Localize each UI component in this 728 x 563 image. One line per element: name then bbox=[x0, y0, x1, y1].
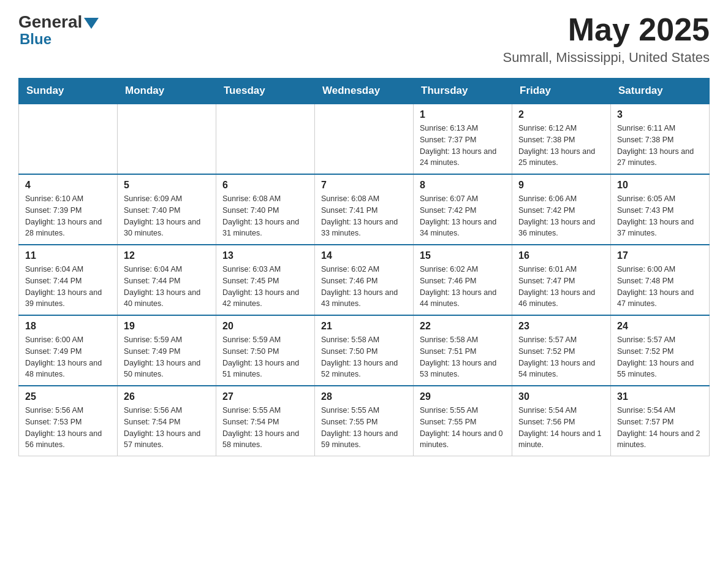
day-number: 2 bbox=[518, 109, 604, 120]
calendar-cell: 10Sunrise: 6:05 AMSunset: 7:43 PMDayligh… bbox=[611, 174, 710, 245]
day-number: 7 bbox=[321, 180, 407, 191]
calendar-cell: 2Sunrise: 6:12 AMSunset: 7:38 PMDaylight… bbox=[512, 104, 611, 174]
day-number: 27 bbox=[222, 391, 308, 402]
day-number: 13 bbox=[222, 250, 308, 261]
day-info: Sunrise: 6:02 AMSunset: 7:46 PMDaylight:… bbox=[321, 264, 407, 310]
day-info: Sunrise: 6:08 AMSunset: 7:40 PMDaylight:… bbox=[222, 193, 308, 239]
logo: General Blue bbox=[18, 12, 99, 48]
day-number: 20 bbox=[222, 321, 308, 332]
calendar-cell: 8Sunrise: 6:07 AMSunset: 7:42 PMDaylight… bbox=[414, 174, 512, 245]
title-area: May 2025 Sumrall, Mississippi, United St… bbox=[503, 12, 710, 66]
day-number: 30 bbox=[518, 391, 604, 402]
col-tuesday: Tuesday bbox=[216, 79, 315, 104]
day-number: 3 bbox=[617, 109, 703, 120]
calendar-cell: 31Sunrise: 5:54 AMSunset: 7:57 PMDayligh… bbox=[611, 386, 710, 456]
col-saturday: Saturday bbox=[611, 79, 710, 104]
day-number: 17 bbox=[617, 250, 703, 261]
calendar-cell: 18Sunrise: 6:00 AMSunset: 7:49 PMDayligh… bbox=[19, 315, 118, 386]
calendar-week-row: 4Sunrise: 6:10 AMSunset: 7:39 PMDaylight… bbox=[19, 174, 710, 245]
day-number: 6 bbox=[222, 180, 308, 191]
calendar-cell: 27Sunrise: 5:55 AMSunset: 7:54 PMDayligh… bbox=[216, 386, 315, 456]
calendar-cell: 3Sunrise: 6:11 AMSunset: 7:38 PMDaylight… bbox=[611, 104, 710, 174]
day-info: Sunrise: 5:55 AMSunset: 7:55 PMDaylight:… bbox=[420, 405, 506, 451]
day-info: Sunrise: 6:05 AMSunset: 7:43 PMDaylight:… bbox=[617, 193, 703, 239]
calendar-week-row: 25Sunrise: 5:56 AMSunset: 7:53 PMDayligh… bbox=[19, 386, 710, 456]
day-info: Sunrise: 5:57 AMSunset: 7:52 PMDaylight:… bbox=[518, 334, 604, 380]
day-number: 9 bbox=[518, 180, 604, 191]
day-number: 24 bbox=[617, 321, 703, 332]
calendar-cell: 11Sunrise: 6:04 AMSunset: 7:44 PMDayligh… bbox=[19, 245, 118, 315]
calendar-cell: 9Sunrise: 6:06 AMSunset: 7:42 PMDaylight… bbox=[512, 174, 611, 245]
calendar-cell: 26Sunrise: 5:56 AMSunset: 7:54 PMDayligh… bbox=[118, 386, 216, 456]
calendar-cell: 23Sunrise: 5:57 AMSunset: 7:52 PMDayligh… bbox=[512, 315, 611, 386]
day-info: Sunrise: 5:56 AMSunset: 7:54 PMDaylight:… bbox=[124, 405, 210, 451]
day-number: 8 bbox=[420, 180, 506, 191]
calendar-header-row: Sunday Monday Tuesday Wednesday Thursday… bbox=[19, 79, 710, 104]
page-header: General Blue May 2025 Sumrall, Mississip… bbox=[18, 12, 710, 66]
day-number: 26 bbox=[124, 391, 210, 402]
day-info: Sunrise: 6:08 AMSunset: 7:41 PMDaylight:… bbox=[321, 193, 407, 239]
day-info: Sunrise: 5:57 AMSunset: 7:52 PMDaylight:… bbox=[617, 334, 703, 380]
calendar-cell bbox=[216, 104, 315, 174]
day-info: Sunrise: 5:58 AMSunset: 7:51 PMDaylight:… bbox=[420, 334, 506, 380]
day-info: Sunrise: 5:54 AMSunset: 7:56 PMDaylight:… bbox=[518, 405, 604, 451]
calendar-cell: 6Sunrise: 6:08 AMSunset: 7:40 PMDaylight… bbox=[216, 174, 315, 245]
day-info: Sunrise: 6:12 AMSunset: 7:38 PMDaylight:… bbox=[518, 123, 604, 169]
calendar-cell: 7Sunrise: 6:08 AMSunset: 7:41 PMDaylight… bbox=[315, 174, 414, 245]
day-info: Sunrise: 5:59 AMSunset: 7:50 PMDaylight:… bbox=[222, 334, 308, 380]
day-number: 22 bbox=[420, 321, 506, 332]
calendar-week-row: 1Sunrise: 6:13 AMSunset: 7:37 PMDaylight… bbox=[19, 104, 710, 174]
calendar-cell bbox=[315, 104, 414, 174]
calendar-cell: 29Sunrise: 5:55 AMSunset: 7:55 PMDayligh… bbox=[414, 386, 512, 456]
day-number: 28 bbox=[321, 391, 407, 402]
calendar-cell: 16Sunrise: 6:01 AMSunset: 7:47 PMDayligh… bbox=[512, 245, 611, 315]
calendar-cell: 17Sunrise: 6:00 AMSunset: 7:48 PMDayligh… bbox=[611, 245, 710, 315]
calendar-cell: 30Sunrise: 5:54 AMSunset: 7:56 PMDayligh… bbox=[512, 386, 611, 456]
day-number: 5 bbox=[124, 180, 210, 191]
day-info: Sunrise: 5:54 AMSunset: 7:57 PMDaylight:… bbox=[617, 405, 703, 451]
day-number: 16 bbox=[518, 250, 604, 261]
logo-general-text: General bbox=[18, 12, 82, 32]
calendar-week-row: 18Sunrise: 6:00 AMSunset: 7:49 PMDayligh… bbox=[19, 315, 710, 386]
day-info: Sunrise: 6:10 AMSunset: 7:39 PMDaylight:… bbox=[25, 193, 111, 239]
day-number: 4 bbox=[25, 180, 111, 191]
col-wednesday: Wednesday bbox=[315, 79, 414, 104]
calendar-cell bbox=[19, 104, 118, 174]
day-number: 10 bbox=[617, 180, 703, 191]
col-thursday: Thursday bbox=[414, 79, 512, 104]
day-info: Sunrise: 6:00 AMSunset: 7:48 PMDaylight:… bbox=[617, 264, 703, 310]
day-info: Sunrise: 6:04 AMSunset: 7:44 PMDaylight:… bbox=[25, 264, 111, 310]
day-info: Sunrise: 5:55 AMSunset: 7:54 PMDaylight:… bbox=[222, 405, 308, 451]
day-number: 21 bbox=[321, 321, 407, 332]
day-info: Sunrise: 5:56 AMSunset: 7:53 PMDaylight:… bbox=[25, 405, 111, 451]
day-info: Sunrise: 6:00 AMSunset: 7:49 PMDaylight:… bbox=[25, 334, 111, 380]
day-number: 18 bbox=[25, 321, 111, 332]
logo-blue-text: Blue bbox=[20, 31, 51, 47]
day-info: Sunrise: 6:09 AMSunset: 7:40 PMDaylight:… bbox=[124, 193, 210, 239]
calendar-cell: 25Sunrise: 5:56 AMSunset: 7:53 PMDayligh… bbox=[19, 386, 118, 456]
calendar-cell bbox=[118, 104, 216, 174]
day-number: 31 bbox=[617, 391, 703, 402]
day-info: Sunrise: 6:11 AMSunset: 7:38 PMDaylight:… bbox=[617, 123, 703, 169]
col-sunday: Sunday bbox=[19, 79, 118, 104]
day-info: Sunrise: 5:59 AMSunset: 7:49 PMDaylight:… bbox=[124, 334, 210, 380]
calendar-cell: 21Sunrise: 5:58 AMSunset: 7:50 PMDayligh… bbox=[315, 315, 414, 386]
calendar-cell: 24Sunrise: 5:57 AMSunset: 7:52 PMDayligh… bbox=[611, 315, 710, 386]
calendar-cell: 1Sunrise: 6:13 AMSunset: 7:37 PMDaylight… bbox=[414, 104, 512, 174]
calendar-cell: 20Sunrise: 5:59 AMSunset: 7:50 PMDayligh… bbox=[216, 315, 315, 386]
calendar-cell: 13Sunrise: 6:03 AMSunset: 7:45 PMDayligh… bbox=[216, 245, 315, 315]
day-number: 25 bbox=[25, 391, 111, 402]
day-number: 23 bbox=[518, 321, 604, 332]
calendar-week-row: 11Sunrise: 6:04 AMSunset: 7:44 PMDayligh… bbox=[19, 245, 710, 315]
day-number: 12 bbox=[124, 250, 210, 261]
month-year-title: May 2025 bbox=[503, 12, 710, 47]
calendar-cell: 14Sunrise: 6:02 AMSunset: 7:46 PMDayligh… bbox=[315, 245, 414, 315]
day-number: 11 bbox=[25, 250, 111, 261]
calendar-cell: 4Sunrise: 6:10 AMSunset: 7:39 PMDaylight… bbox=[19, 174, 118, 245]
calendar-cell: 12Sunrise: 6:04 AMSunset: 7:44 PMDayligh… bbox=[118, 245, 216, 315]
day-info: Sunrise: 6:06 AMSunset: 7:42 PMDaylight:… bbox=[518, 193, 604, 239]
calendar-cell: 19Sunrise: 5:59 AMSunset: 7:49 PMDayligh… bbox=[118, 315, 216, 386]
day-number: 15 bbox=[420, 250, 506, 261]
day-info: Sunrise: 6:01 AMSunset: 7:47 PMDaylight:… bbox=[518, 264, 604, 310]
col-friday: Friday bbox=[512, 79, 611, 104]
